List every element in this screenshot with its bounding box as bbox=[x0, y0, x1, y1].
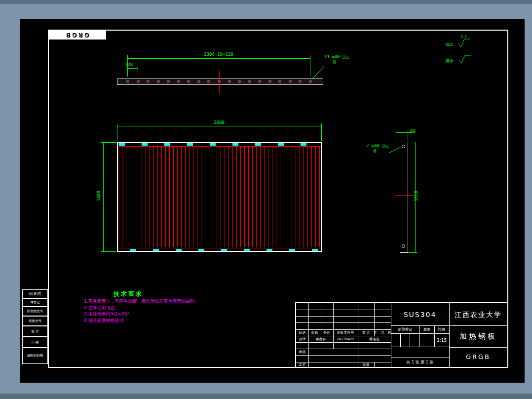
left-panel-cell-register: 件登记 bbox=[22, 298, 48, 307]
hole-marker bbox=[177, 80, 180, 83]
tech-requirement-3: 3.未注倒角均为1×45°. bbox=[84, 311, 131, 318]
hole-marker bbox=[187, 80, 190, 83]
side-view-bottom-hole bbox=[402, 244, 405, 248]
title-block: SUS304 江西农业大学 加热钢板 GRGB 阶段标记 重量 比例 1:15 … bbox=[295, 302, 508, 368]
designer-name: 李彦有 bbox=[308, 336, 333, 342]
rev-header-sign: 签 名 bbox=[358, 329, 374, 336]
drawing-line bbox=[408, 142, 417, 142]
hole-marker bbox=[258, 80, 261, 83]
drawing-line bbox=[400, 130, 400, 141]
tech-requirement-1: 1.零件表面上，不应有划痕、擦伤等损伤零件表面的缺陷。 bbox=[84, 298, 199, 305]
hole-marker bbox=[278, 80, 281, 83]
tech-requirement-2: 2.去除毛刺飞边. bbox=[84, 305, 116, 311]
rev-header-zone: 分区 bbox=[321, 329, 333, 336]
front-width-dim: 2600 bbox=[204, 120, 234, 125]
drawing-line bbox=[296, 362, 391, 362]
rev-header-docno: 更改文件号 bbox=[333, 329, 358, 336]
strip-hole-note: 19-φ40 沉孔 通 bbox=[324, 54, 349, 65]
hole-marker bbox=[137, 80, 140, 83]
drawing-line bbox=[117, 126, 322, 126]
hole-marker bbox=[238, 80, 241, 83]
sheet-code-stamp-label: GRGB bbox=[65, 32, 89, 39]
top-chrome-bar bbox=[0, 0, 532, 4]
rev-header-mark: 标记 bbox=[296, 329, 308, 336]
drawing-line bbox=[310, 55, 310, 77]
side-view-bar bbox=[400, 142, 408, 253]
drawing-line bbox=[408, 130, 408, 141]
hole-marker bbox=[207, 80, 210, 83]
hole-marker bbox=[248, 80, 251, 83]
hole-marker bbox=[289, 80, 292, 83]
left-panel-cell-old-base-no: 旧底图总号 bbox=[22, 307, 48, 316]
drawing-line bbox=[296, 310, 391, 310]
hole-marker bbox=[157, 80, 160, 83]
process-label: 工艺 bbox=[296, 362, 308, 368]
front-view-ribs bbox=[118, 147, 321, 247]
drawing-line bbox=[410, 333, 410, 347]
side-width-dim: 60 bbox=[410, 129, 416, 134]
drawing-line bbox=[400, 333, 401, 347]
roughness-symbol-icon bbox=[458, 38, 471, 48]
hole-marker bbox=[309, 80, 312, 83]
finish-machined-label: 加工 bbox=[446, 42, 454, 47]
left-panel-cell-borrow: 借(通)用 bbox=[22, 289, 48, 298]
drawing-line bbox=[127, 68, 138, 69]
front-view-bottom-slots bbox=[119, 249, 320, 251]
drawing-line bbox=[296, 316, 391, 317]
left-panel-cell-trace-date: 描图别日期 bbox=[22, 348, 48, 364]
drawing-line bbox=[127, 58, 310, 59]
cad-drawing-view: GRGB 借(通)用 件登记 旧底图总号 底图总号 签 字 日 期 描图别日期 … bbox=[0, 0, 532, 399]
hole-marker bbox=[299, 80, 302, 83]
drawing-line bbox=[391, 347, 449, 347]
strip-total-dim: 2304=18×128 bbox=[189, 52, 248, 57]
hole-marker bbox=[197, 80, 200, 83]
material-label: SUS304 bbox=[391, 303, 449, 325]
front-view-top-slots bbox=[119, 143, 320, 146]
drawing-line bbox=[374, 362, 375, 367]
rev-header-date: 年、月、日 bbox=[374, 329, 391, 336]
scale-label: 比例 bbox=[434, 325, 449, 333]
left-panel-cell-base-no: 底图总号 bbox=[22, 316, 48, 326]
left-panel-cell-date: 日 期 bbox=[22, 337, 48, 348]
left-panel-cell-signature: 签 字 bbox=[22, 326, 48, 337]
hole-marker bbox=[268, 80, 271, 83]
design-label: 设计 bbox=[296, 336, 308, 342]
roughness-rest-symbol-icon bbox=[458, 54, 471, 64]
side-hole-note: 2-φ40 沉孔 通 bbox=[366, 143, 389, 154]
drawing-line bbox=[296, 342, 391, 343]
side-view-top-hole bbox=[402, 145, 405, 148]
drawing-line bbox=[103, 142, 104, 252]
hole-marker bbox=[126, 80, 129, 83]
rev-header-count: 处数 bbox=[308, 329, 321, 336]
sheet-info: 共 1 张 第 1 张 bbox=[391, 358, 449, 367]
front-view-top-rib-line bbox=[118, 146, 321, 147]
top-view-strip bbox=[117, 79, 323, 85]
tech-requirements-title: 技术要求 bbox=[114, 290, 143, 298]
bottom-chrome-bar bbox=[0, 394, 532, 399]
front-view-bottom-rib-line bbox=[118, 248, 321, 248]
standardization-label: 标准化 bbox=[358, 336, 391, 342]
drawing-line bbox=[296, 322, 391, 323]
sheet-code-stamp: GRGB bbox=[48, 31, 106, 40]
drawing-line bbox=[296, 355, 391, 356]
drawing-line bbox=[296, 349, 391, 349]
tech-requirement-4: 4.通孔表面镀铬处理. bbox=[84, 318, 125, 324]
front-height-dim: 1400 bbox=[96, 187, 101, 205]
strip-centerline bbox=[219, 71, 220, 93]
hole-marker bbox=[167, 80, 170, 83]
weight-label: 重量 bbox=[419, 325, 434, 333]
finish-rest-label: 其余 bbox=[446, 58, 454, 64]
organization-label: 江西农业大学 bbox=[449, 303, 507, 325]
design-date: 20130425 bbox=[333, 336, 358, 342]
drawing-line bbox=[408, 252, 417, 253]
drawing-code-label: GRGB bbox=[449, 347, 507, 367]
part-name-label: 加热钢板 bbox=[449, 325, 507, 347]
side-height-dim: 1350 bbox=[414, 188, 418, 204]
review-label: 审核 bbox=[296, 349, 308, 355]
side-view-centerline bbox=[395, 195, 413, 196]
hole-marker bbox=[147, 80, 150, 83]
drawing-line bbox=[138, 65, 138, 77]
hole-marker bbox=[228, 80, 231, 83]
strip-pitch-dim: 128 bbox=[125, 62, 133, 67]
scale-value: 1:15 bbox=[434, 333, 449, 347]
